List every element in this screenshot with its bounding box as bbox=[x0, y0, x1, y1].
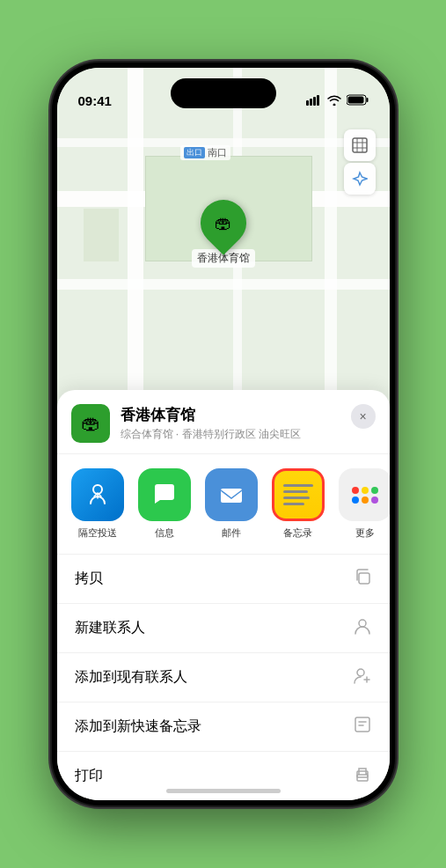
venue-subtitle: 综合体育馆 · 香港特别行政区 油尖旺区 bbox=[121, 427, 301, 442]
action-item-add-notes[interactable]: 添加到新快速备忘录 bbox=[57, 702, 390, 752]
svg-rect-6 bbox=[347, 97, 363, 104]
action-item-add-existing[interactable]: 添加到现有联系人 bbox=[57, 653, 390, 702]
nan-label-text: 南口 bbox=[208, 146, 227, 159]
venue-emoji: 🏟 bbox=[81, 412, 100, 435]
close-icon: × bbox=[359, 409, 366, 423]
note-line-1 bbox=[283, 484, 313, 487]
share-item-airdrop[interactable]: 隔空投送 bbox=[71, 468, 124, 540]
note-line-4 bbox=[283, 503, 304, 505]
venue-name: 香港体育馆 bbox=[121, 405, 301, 425]
phone-screen: 09:41 bbox=[57, 68, 390, 800]
messages-icon bbox=[138, 468, 191, 521]
new-contact-label: 新建联系人 bbox=[75, 619, 145, 637]
close-button[interactable]: × bbox=[351, 404, 376, 429]
dot-blue bbox=[352, 497, 359, 504]
dot-yellow bbox=[362, 487, 369, 494]
svg-rect-7 bbox=[353, 138, 367, 152]
map-label-nan: 出口 南口 bbox=[180, 145, 230, 160]
signal-icon bbox=[306, 95, 322, 108]
share-item-mail[interactable]: 邮件 bbox=[205, 468, 258, 540]
map-type-button[interactable] bbox=[344, 129, 376, 161]
map-controls[interactable] bbox=[344, 129, 376, 195]
venue-icon: 🏟 bbox=[71, 404, 110, 443]
svg-rect-9 bbox=[221, 489, 242, 503]
add-existing-label: 添加到现有联系人 bbox=[75, 668, 187, 687]
wifi-icon bbox=[327, 95, 341, 108]
status-icons bbox=[306, 94, 369, 108]
add-notes-icon bbox=[353, 715, 372, 739]
home-indicator bbox=[166, 789, 281, 793]
svg-point-12 bbox=[357, 669, 364, 676]
notes-icon bbox=[272, 468, 325, 521]
add-existing-icon bbox=[353, 666, 372, 689]
action-list: 拷贝 新建联系人 添加到现有联系人 bbox=[57, 555, 390, 800]
bottom-sheet: 🏟 香港体育馆 综合体育馆 · 香港特别行政区 油尖旺区 × 隔空投送 bbox=[57, 390, 390, 800]
svg-rect-3 bbox=[317, 95, 319, 106]
map-background: 出口 南口 🏟 香港体育馆 bbox=[57, 68, 390, 438]
svg-rect-0 bbox=[306, 100, 309, 106]
notes-label: 备忘录 bbox=[283, 526, 312, 540]
share-item-more[interactable]: 更多 bbox=[339, 468, 390, 540]
share-row: 隔空投送 信息 邮件 bbox=[57, 454, 390, 555]
svg-point-16 bbox=[366, 773, 368, 775]
share-item-notes[interactable]: 备忘录 bbox=[272, 468, 325, 540]
svg-rect-1 bbox=[310, 99, 312, 106]
dot-row-2 bbox=[352, 497, 378, 504]
battery-icon bbox=[347, 94, 369, 108]
airdrop-label: 隔空投送 bbox=[78, 526, 117, 540]
more-icon bbox=[339, 468, 390, 521]
share-item-messages[interactable]: 信息 bbox=[138, 468, 191, 540]
dot-purple bbox=[371, 497, 378, 504]
dot-orange bbox=[362, 497, 369, 504]
print-icon bbox=[353, 764, 372, 788]
copy-icon bbox=[353, 567, 372, 591]
venue-info: 香港体育馆 综合体育馆 · 香港特别行政区 油尖旺区 bbox=[121, 405, 301, 442]
notes-lines-icon bbox=[278, 481, 318, 509]
sheet-header: 🏟 香港体育馆 综合体育馆 · 香港特别行政区 油尖旺区 × bbox=[57, 390, 390, 454]
svg-rect-2 bbox=[313, 97, 316, 106]
messages-label: 信息 bbox=[155, 526, 174, 540]
airdrop-icon bbox=[71, 468, 124, 521]
more-label: 更多 bbox=[355, 526, 375, 540]
dot-row-1 bbox=[352, 487, 378, 494]
new-contact-icon bbox=[353, 616, 372, 640]
status-time: 09:41 bbox=[78, 93, 112, 108]
venue-pin: 🏟 香港体育馆 bbox=[192, 200, 255, 268]
svg-rect-5 bbox=[366, 98, 368, 102]
svg-rect-10 bbox=[359, 573, 369, 584]
pin-circle: 🏟 bbox=[191, 190, 256, 255]
dot-green bbox=[371, 487, 378, 494]
phone-frame: 09:41 bbox=[52, 63, 395, 805]
action-item-new-contact[interactable]: 新建联系人 bbox=[57, 604, 390, 653]
add-notes-label: 添加到新快速备忘录 bbox=[75, 717, 201, 736]
pin-icon: 🏟 bbox=[215, 213, 232, 233]
svg-point-11 bbox=[359, 620, 366, 627]
mail-icon bbox=[205, 468, 258, 521]
note-line-3 bbox=[283, 497, 310, 499]
svg-rect-13 bbox=[355, 717, 369, 732]
dynamic-island bbox=[171, 78, 276, 108]
label-badge: 出口 bbox=[184, 147, 205, 158]
mail-label: 邮件 bbox=[222, 526, 241, 540]
print-label: 打印 bbox=[75, 767, 103, 785]
action-item-copy[interactable]: 拷贝 bbox=[57, 555, 390, 604]
dot-red bbox=[352, 487, 359, 494]
note-line-2 bbox=[283, 490, 308, 493]
more-dots bbox=[352, 487, 378, 504]
location-button[interactable] bbox=[344, 163, 376, 195]
copy-label: 拷贝 bbox=[75, 570, 103, 588]
